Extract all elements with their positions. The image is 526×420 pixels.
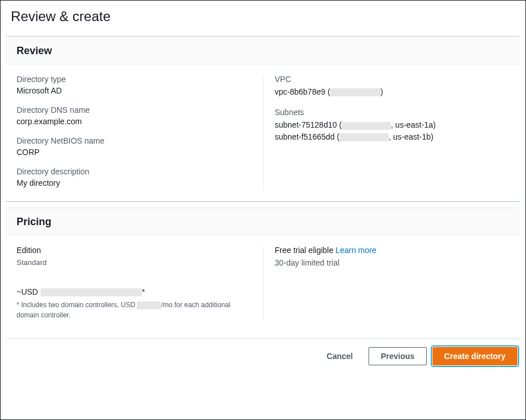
vpc-label: VPC bbox=[275, 75, 510, 84]
directory-netbios-label: Directory NetBIOS name bbox=[17, 136, 252, 145]
pricing-heading: Pricing bbox=[17, 216, 509, 228]
directory-type-value: Microsoft AD bbox=[17, 86, 252, 95]
directory-netbios-field: Directory NetBIOS name CORP bbox=[17, 136, 252, 157]
subnet-name-redacted: x bbox=[339, 133, 389, 141]
pricing-panel-header: Pricing bbox=[6, 207, 520, 235]
directory-dns-value: corp.example.com bbox=[17, 117, 252, 126]
subnets-field: Subnets subnet-75128d10 (x, us-east-1a) … bbox=[275, 108, 510, 142]
directory-description-value: My directory bbox=[17, 178, 252, 187]
create-directory-button[interactable]: Create directory bbox=[432, 347, 517, 365]
subnet-id: subnet-f51665dd bbox=[275, 132, 335, 141]
subnet-row-1: subnet-f51665dd (x, us-east-1b) bbox=[275, 131, 510, 142]
directory-type-label: Directory type bbox=[17, 75, 252, 84]
edition-value: Standard bbox=[17, 258, 252, 267]
free-trial-label: Free trial eligible bbox=[275, 246, 336, 255]
directory-netbios-value: CORP bbox=[17, 148, 252, 157]
pricing-panel: Pricing Edition Standard ~USD x* * Inclu… bbox=[6, 207, 520, 331]
divider bbox=[6, 201, 520, 202]
learn-more-link[interactable]: Learn more bbox=[335, 246, 377, 255]
footnote-prefix: * Includes two domain controllers, USD bbox=[17, 301, 137, 309]
directory-type-field: Directory type Microsoft AD bbox=[17, 75, 252, 95]
vpc-value: vpc-8b6b78e9 (x) bbox=[275, 86, 510, 97]
review-right-column: VPC vpc-8b6b78e9 (x) Subnets subnet-7512… bbox=[264, 75, 510, 191]
price-footnote: * Includes two domain controllers, USD x… bbox=[17, 300, 245, 320]
subnet-open-paren: ( bbox=[337, 120, 342, 129]
subnets-label: Subnets bbox=[275, 108, 510, 117]
previous-button[interactable]: Previous bbox=[369, 347, 426, 365]
review-panel-body: Directory type Microsoft AD Directory DN… bbox=[6, 64, 520, 201]
subnet-az: , us-east-1b) bbox=[389, 132, 434, 141]
button-row: Cancel Previous Create directory bbox=[6, 339, 520, 373]
directory-dns-label: Directory DNS name bbox=[17, 105, 252, 115]
vpc-id: vpc-8b6b78e9 bbox=[275, 87, 326, 96]
subnet-az: , us-east-1a) bbox=[391, 120, 436, 129]
subnet-name-redacted: x bbox=[342, 122, 391, 130]
directory-dns-field: Directory DNS name corp.example.com bbox=[17, 105, 252, 126]
vpc-close-paren: ) bbox=[381, 87, 383, 96]
footnote-amount-redacted: x bbox=[137, 301, 161, 309]
cancel-button[interactable]: Cancel bbox=[317, 347, 363, 365]
price-asterisk: * bbox=[142, 287, 145, 296]
subnet-row-0: subnet-75128d10 (x, us-east-1a) bbox=[275, 119, 510, 131]
subnet-id: subnet-75128d10 bbox=[275, 120, 337, 129]
pricing-left-column: Edition Standard ~USD x* * Includes two … bbox=[17, 246, 264, 320]
review-left-column: Directory type Microsoft AD Directory DN… bbox=[17, 75, 264, 191]
directory-description-field: Directory description My directory bbox=[17, 167, 252, 187]
price-estimate: ~USD x* bbox=[17, 287, 252, 296]
page-title: Review & create bbox=[1, 1, 525, 30]
free-trial-text: Free trial eligible Learn more bbox=[275, 246, 510, 255]
review-panel: Review Directory type Microsoft AD Direc… bbox=[6, 36, 520, 201]
free-trial-subtext: 30-day limited trial bbox=[275, 258, 510, 267]
directory-description-label: Directory description bbox=[17, 167, 252, 176]
edition-label: Edition bbox=[17, 246, 252, 255]
vpc-open-paren: ( bbox=[325, 87, 330, 96]
vpc-field: VPC vpc-8b6b78e9 (x) bbox=[275, 75, 510, 97]
review-panel-header: Review bbox=[6, 36, 520, 64]
pricing-panel-body: Edition Standard ~USD x* * Includes two … bbox=[6, 235, 520, 331]
price-amount-redacted: x bbox=[41, 288, 142, 296]
price-prefix: ~USD bbox=[17, 287, 41, 296]
review-heading: Review bbox=[17, 45, 509, 57]
pricing-right-column: Free trial eligible Learn more 30-day li… bbox=[264, 246, 510, 320]
subnet-open-paren: ( bbox=[335, 132, 340, 141]
vpc-name-redacted: x bbox=[330, 88, 381, 96]
